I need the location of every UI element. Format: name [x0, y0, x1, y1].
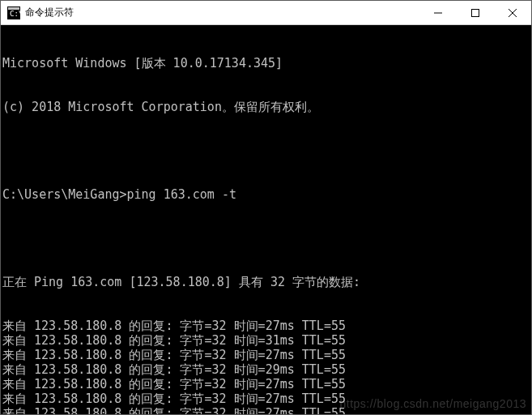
terminal-output[interactable]: Microsoft Windows [版本 10.0.17134.345] (c…: [1, 25, 531, 414]
prompt-command: ping 163.com -t: [127, 187, 236, 202]
close-button[interactable]: [494, 1, 531, 24]
titlebar[interactable]: C:\ 命令提示符: [1, 1, 531, 25]
ping-header-line: 正在 Ping 163.com [123.58.180.8] 具有 32 字节的…: [2, 275, 531, 289]
copyright-line: (c) 2018 Microsoft Corporation。保留所有权利。: [2, 100, 531, 114]
prompt-line: C:\Users\MeiGang>ping 163.com -t: [2, 187, 531, 202]
prompt-path: C:\Users\MeiGang>: [2, 187, 127, 202]
minimize-button[interactable]: [419, 1, 457, 24]
blank-line: [2, 231, 531, 246]
reply-line: 来自 123.58.180.8 的回复: 字节=32 时间=31ms TTL=5…: [2, 333, 531, 348]
reply-line: 来自 123.58.180.8 的回复: 字节=32 时间=29ms TTL=5…: [2, 362, 531, 377]
reply-line: 来自 123.58.180.8 的回复: 字节=32 时间=27ms TTL=5…: [2, 406, 531, 414]
reply-line: 来自 123.58.180.8 的回复: 字节=32 时间=27ms TTL=5…: [2, 377, 531, 391]
cmd-icon: C:\: [7, 6, 20, 19]
svg-rect-4: [472, 9, 479, 16]
ping-replies: 来自 123.58.180.8 的回复: 字节=32 时间=27ms TTL=5…: [2, 319, 531, 414]
svg-text:C:\: C:\: [10, 10, 20, 18]
blank-line: [2, 143, 531, 158]
app-window: C:\ 命令提示符 Microsoft Windows [版本 10.0.171…: [0, 0, 532, 415]
window-title: 命令提示符: [25, 6, 419, 19]
maximize-button[interactable]: [457, 1, 494, 24]
reply-line: 来自 123.58.180.8 的回复: 字节=32 时间=27ms TTL=5…: [2, 391, 531, 406]
banner-line: Microsoft Windows [版本 10.0.17134.345]: [2, 56, 531, 71]
window-controls: [419, 1, 531, 24]
reply-line: 来自 123.58.180.8 的回复: 字节=32 时间=27ms TTL=5…: [2, 348, 531, 362]
reply-line: 来自 123.58.180.8 的回复: 字节=32 时间=27ms TTL=5…: [2, 319, 531, 333]
